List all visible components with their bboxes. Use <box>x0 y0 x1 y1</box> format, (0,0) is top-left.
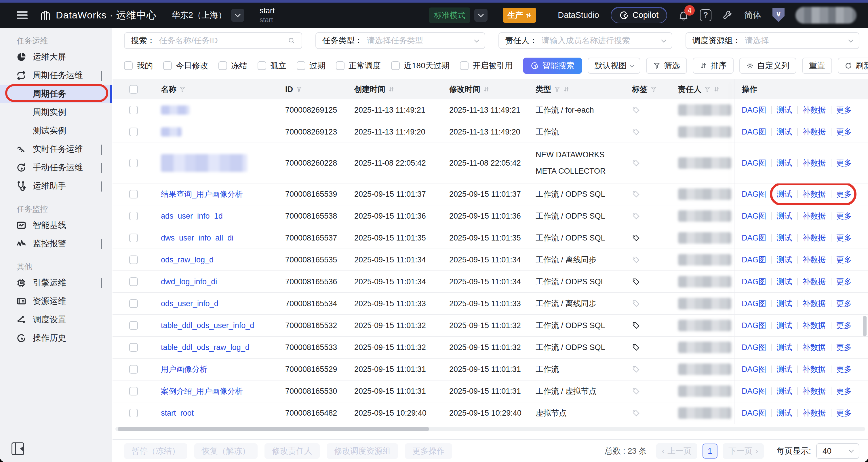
tag-icon[interactable] <box>632 159 640 167</box>
tools-button[interactable] <box>722 10 733 21</box>
sidebar-item-resource-ops[interactable]: 资源运维 <box>0 292 112 311</box>
bulk-action-button[interactable]: 修改调度资源组 <box>327 443 398 459</box>
task-name-link[interactable]: ods_user_info_d <box>161 299 218 308</box>
op-more-link[interactable]: 更多 <box>836 211 852 221</box>
op-test-link[interactable]: 测试 <box>777 364 792 374</box>
custom-columns-button[interactable]: 自定义列 <box>739 58 796 74</box>
op-test-link[interactable]: 测试 <box>777 320 792 331</box>
funnel-icon[interactable] <box>554 86 560 92</box>
funnel-icon[interactable] <box>296 86 302 92</box>
op-dag-link[interactable]: DAG图 <box>742 364 766 374</box>
sidebar-item-ops-dashboard[interactable]: 运维大屏 <box>0 48 112 66</box>
task-name-link[interactable]: 案例介绍_用户画像分析 <box>161 386 243 396</box>
vertical-scrollbar-thumb[interactable] <box>863 316 867 337</box>
sidebar-item-cycle-instance[interactable]: 周期实例 <box>0 103 112 121</box>
default-view-button[interactable]: 默认视图 <box>588 58 640 74</box>
help-button[interactable]: ? <box>700 9 711 21</box>
op-test-link[interactable]: 测试 <box>777 105 792 115</box>
op-dag-link[interactable]: DAG图 <box>742 158 766 168</box>
op-backfill-link[interactable]: 补数据 <box>803 386 826 396</box>
smart-search-button[interactable]: 智能搜索 <box>523 58 582 74</box>
sidebar-item-monitor-alarm[interactable]: 监控报警 <box>0 234 112 253</box>
op-test-link[interactable]: 测试 <box>777 255 792 265</box>
op-more-link[interactable]: 更多 <box>836 255 852 265</box>
copilot-button[interactable]: Copilot <box>611 7 667 23</box>
op-test-link[interactable]: 测试 <box>777 211 792 221</box>
task-name-link[interactable]: table_ddl_ods_user_info_d <box>161 321 254 330</box>
workspace-selector[interactable]: start start <box>259 6 275 25</box>
task-name-link[interactable]: ods_raw_log_d <box>161 256 214 264</box>
notifications-button[interactable]: 4 <box>678 10 689 21</box>
op-test-link[interactable]: 测试 <box>777 386 792 396</box>
search-input[interactable]: 搜索： 任务名称/任务ID <box>124 32 302 49</box>
next-page-button[interactable]: 下一页› <box>723 443 764 459</box>
task-name-link[interactable]: dws_user_info_all_di <box>161 234 234 242</box>
op-more-link[interactable]: 更多 <box>836 277 852 287</box>
task-name-link[interactable]: 用户画像分析 <box>161 364 208 374</box>
op-dag-link[interactable]: DAG图 <box>742 211 766 221</box>
op-dag-link[interactable]: DAG图 <box>742 255 766 265</box>
op-more-link[interactable]: 更多 <box>836 320 852 331</box>
task-name-link[interactable]: 结果查询_用户画像分析 <box>161 189 243 199</box>
row-checkbox[interactable] <box>129 409 138 417</box>
op-dag-link[interactable]: DAG图 <box>742 386 766 396</box>
sidebar-item-engine-ops[interactable]: 引擎运维 <box>0 273 112 292</box>
op-backfill-link[interactable]: 补数据 <box>803 408 826 418</box>
sidebar-item-realtime-ops[interactable]: 实时任务运维 <box>0 140 112 158</box>
op-dag-link[interactable]: DAG图 <box>742 189 766 199</box>
row-checkbox[interactable] <box>129 159 138 167</box>
op-backfill-link[interactable]: 补数据 <box>803 277 826 287</box>
bulk-action-button[interactable]: 暂停（冻结） <box>124 443 187 459</box>
op-dag-link[interactable]: DAG图 <box>742 408 766 418</box>
op-more-link[interactable]: 更多 <box>836 298 852 309</box>
quick-filter-checkbox[interactable]: 开启被引用 <box>460 60 513 71</box>
op-dag-link[interactable]: DAG图 <box>742 233 766 243</box>
op-more-link[interactable]: 更多 <box>836 364 852 374</box>
quick-filter-checkbox[interactable]: 孤立 <box>257 60 286 71</box>
op-backfill-link[interactable]: 补数据 <box>803 211 826 221</box>
mode-dropdown-button[interactable] <box>474 9 488 22</box>
op-backfill-link[interactable]: 补数据 <box>803 233 826 243</box>
resource-group-select[interactable]: 调度资源组： 请选择 <box>685 32 859 49</box>
row-checkbox[interactable] <box>129 387 138 396</box>
op-dag-link[interactable]: DAG图 <box>742 127 766 137</box>
quick-filter-checkbox[interactable]: 我的 <box>124 60 153 71</box>
region-dropdown-button[interactable] <box>231 9 244 22</box>
sort-icon[interactable] <box>563 86 569 92</box>
op-more-link[interactable]: 更多 <box>836 158 852 168</box>
op-test-link[interactable]: 测试 <box>777 277 792 287</box>
row-checkbox[interactable] <box>129 127 138 136</box>
tag-icon[interactable] <box>632 409 640 417</box>
sidebar-item-operation-history[interactable]: 操作历史 <box>0 329 112 347</box>
quick-filter-checkbox[interactable]: 今日修改 <box>163 60 208 71</box>
sort-button[interactable]: 排序 <box>693 58 734 74</box>
horizontal-scrollbar[interactable] <box>115 427 865 431</box>
row-checkbox[interactable] <box>129 299 138 308</box>
horizontal-scrollbar-thumb[interactable] <box>118 427 429 431</box>
op-backfill-link[interactable]: 补数据 <box>803 105 826 115</box>
user-avatar[interactable] <box>796 7 857 24</box>
quick-filter-checkbox[interactable]: 近180天过期 <box>391 60 450 71</box>
row-checkbox[interactable] <box>129 278 138 286</box>
owner-select[interactable]: 责任人： 请输入成员名称进行搜索 <box>498 32 672 49</box>
op-backfill-link[interactable]: 补数据 <box>803 364 826 374</box>
quick-filter-checkbox[interactable]: 正常调度 <box>336 60 381 71</box>
op-test-link[interactable]: 测试 <box>777 408 792 418</box>
op-dag-link[interactable]: DAG图 <box>742 277 766 287</box>
op-dag-link[interactable]: DAG图 <box>742 342 766 352</box>
sort-icon[interactable] <box>388 86 395 92</box>
sort-icon[interactable] <box>713 86 720 92</box>
op-backfill-link[interactable]: 补数据 <box>803 342 826 352</box>
row-checkbox[interactable] <box>129 321 138 330</box>
row-checkbox[interactable] <box>129 234 138 242</box>
tag-icon[interactable] <box>632 128 640 136</box>
op-dag-link[interactable]: DAG图 <box>742 105 766 115</box>
sidebar-item-cycle-ops[interactable]: 周期任务运维 <box>0 66 112 85</box>
prev-page-button[interactable]: ‹上一页 <box>656 443 698 459</box>
op-test-link[interactable]: 测试 <box>777 233 792 243</box>
nav-datastudio[interactable]: DataStudio <box>558 10 599 20</box>
bulk-action-button[interactable]: 修改责任人 <box>265 443 320 459</box>
op-more-link[interactable]: 更多 <box>836 105 852 115</box>
op-dag-link[interactable]: DAG图 <box>742 298 766 309</box>
op-backfill-link[interactable]: 补数据 <box>803 189 826 199</box>
